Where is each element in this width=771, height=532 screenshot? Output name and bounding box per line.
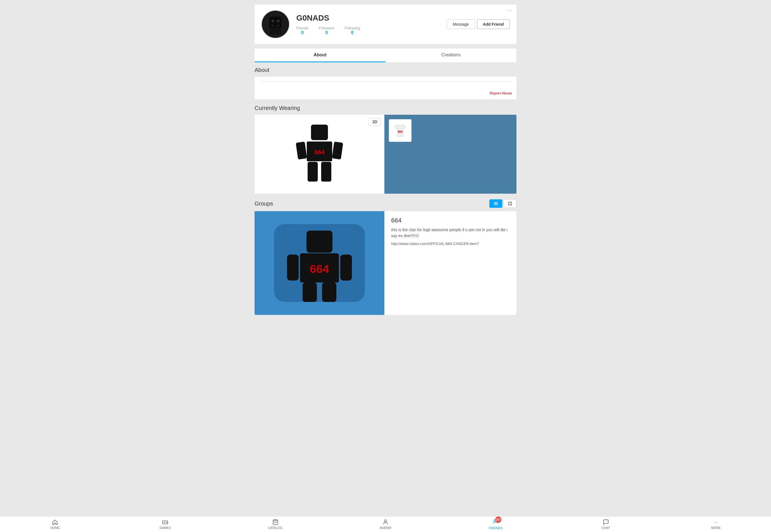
nav-games[interactable]: GAMES [110,517,220,531]
groups-section: Groups [255,199,516,315]
wearing-avatar: 3D 664 [255,115,384,194]
groups-title: Groups [255,200,489,207]
profile-actions: Message Add Friend [447,19,510,29]
group-info: 664 this is the clan for legit awesome p… [384,211,516,315]
stat-following-value: 0 [345,30,360,35]
svg-rect-6 [311,125,328,140]
profile-header: G0NADS Friends 0 Followers 0 Following 0 [255,5,516,44]
friends-badge-container: 257 [492,519,499,526]
chat-icon [603,519,609,525]
view-toggle [489,199,516,208]
svg-rect-18 [508,202,510,203]
about-box: Report Abuse [255,77,516,99]
stat-followers-value: 0 [319,30,334,35]
tabs-container: About Creations [255,48,516,62]
nav-catalog[interactable]: CATALOG [221,517,331,531]
group-desc: this is the clan for legit awesome peopl… [391,227,510,239]
nav-avatar[interactable]: AVATAR [331,517,440,531]
report-abuse-link[interactable]: Report Abuse [490,91,512,95]
bottom-nav: HOME GAMES CATALOG AVATAR [0,516,771,532]
character-svg: 664 [291,122,348,187]
avatar-icon [382,519,389,525]
profile-stats: Friends 0 Followers 0 Following 0 [296,26,447,35]
grid-icon [508,201,512,206]
svg-point-37 [384,520,386,522]
nav-chat[interactable]: CHAT [550,517,661,531]
nav-friends-label: FRIENDS [489,526,502,530]
about-title: About [255,67,516,73]
svg-rect-27 [340,255,352,281]
svg-rect-28 [303,282,317,302]
svg-rect-29 [322,282,336,302]
message-button[interactable]: Message [447,19,475,29]
svg-point-2 [272,20,274,23]
svg-rect-11 [308,162,318,182]
home-icon [52,519,58,525]
svg-rect-12 [321,162,331,182]
group-name: 664 [391,217,510,224]
svg-rect-24 [307,231,332,253]
svg-rect-15 [494,202,498,203]
profile-username: G0NADS [296,14,447,23]
svg-point-3 [277,20,280,23]
wearing-section: Currently Wearing 3D 664 [255,105,516,194]
more-dots-icon: ⋯ [713,519,719,525]
stat-friends-value: 0 [296,30,309,35]
stat-friends-label: Friends [296,26,309,30]
nav-more-label: MORE [711,526,721,529]
nav-friends[interactable]: 257 FRIENDS [440,517,550,531]
group-image-svg: 664 [255,211,384,315]
item-tshirt[interactable]: 664 [389,119,411,142]
nav-catalog-label: CATALOG [268,526,283,529]
list-view-button[interactable] [489,199,502,208]
nav-chat-label: CHAT [602,526,610,529]
svg-point-35 [166,522,167,523]
wearing-items: 664 [384,115,516,194]
stat-following-label: Following [345,26,360,30]
nav-home-label: HOME [50,526,60,529]
catalog-icon [272,519,279,525]
wearing-container: 3D 664 [255,115,516,194]
nav-games-label: GAMES [160,526,171,529]
stat-followers: Followers 0 [319,26,334,35]
tab-about[interactable]: About [255,48,386,62]
friends-count-badge: 257 [495,516,501,523]
tshirt-icon: 664 [392,122,409,139]
svg-rect-26 [287,255,299,281]
svg-text:664: 664 [314,149,325,156]
svg-rect-20 [508,204,510,206]
stat-following: Following 0 [345,26,360,35]
svg-rect-21 [510,204,512,206]
grid-view-button[interactable] [503,199,516,208]
group-card: 664 664 this is the clan for legit aweso… [255,211,516,315]
svg-point-34 [166,522,167,523]
group-url: http://www.roblox.com/OFFICIAL-664-CANCE… [391,242,510,246]
add-friend-button[interactable]: Add Friend [477,19,510,29]
nav-home[interactable]: HOME [0,517,110,531]
stat-friends: Friends 0 [296,26,309,35]
svg-rect-9 [296,142,307,160]
stat-followers-label: Followers [319,26,334,30]
games-icon [162,519,168,525]
about-section: About Report Abuse [255,67,516,99]
nav-avatar-label: AVATAR [380,526,391,529]
avatar [261,10,290,38]
3d-button[interactable]: 3D [369,118,381,125]
svg-text:664: 664 [398,130,403,133]
svg-rect-19 [510,202,512,203]
svg-text:664: 664 [310,262,329,275]
svg-rect-16 [494,203,498,204]
wearing-title: Currently Wearing [255,105,516,111]
tab-creations[interactable]: Creations [386,48,516,62]
more-options-button[interactable]: ⋯ [507,7,512,14]
svg-rect-17 [494,204,498,205]
nav-more[interactable]: ⋯ MORE [661,517,771,531]
profile-info: G0NADS Friends 0 Followers 0 Following 0 [296,14,447,35]
svg-rect-10 [332,142,343,160]
list-icon [493,201,498,206]
group-image: 664 [255,211,384,315]
groups-header: Groups [255,199,516,208]
